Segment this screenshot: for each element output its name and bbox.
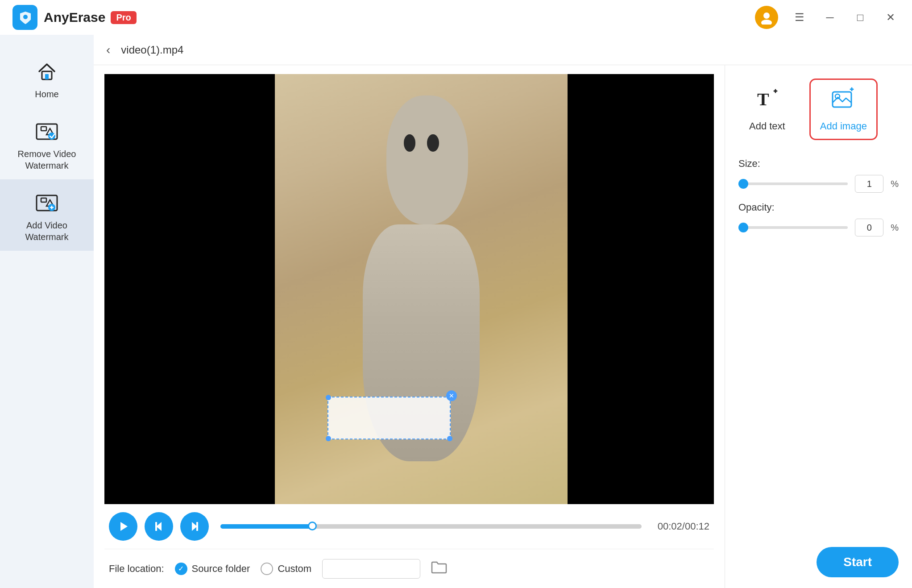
opacity-slider-control: 0 % bbox=[738, 219, 899, 236]
user-avatar-icon[interactable] bbox=[755, 6, 778, 29]
close-handle[interactable]: ✕ bbox=[446, 390, 457, 401]
add-image-button[interactable]: Add image bbox=[809, 79, 878, 140]
size-label: Size: bbox=[738, 158, 899, 170]
svg-point-1 bbox=[23, 15, 28, 19]
forward-button[interactable] bbox=[180, 512, 209, 541]
titlebar-controls: ☰ ─ □ ✕ bbox=[755, 6, 900, 29]
progress-thumb bbox=[308, 522, 317, 530]
custom-radio[interactable] bbox=[261, 563, 273, 575]
svg-rect-5 bbox=[45, 74, 49, 79]
right-panel: T Add text bbox=[725, 65, 912, 588]
opacity-slider-thumb[interactable] bbox=[738, 223, 748, 232]
custom-option[interactable]: Custom bbox=[261, 563, 311, 575]
size-percent: % bbox=[891, 179, 899, 189]
size-slider-thumb[interactable] bbox=[738, 179, 748, 189]
close-icon[interactable]: ✕ bbox=[882, 8, 900, 26]
opacity-label: Opacity: bbox=[738, 202, 899, 213]
video-black-left bbox=[104, 74, 275, 504]
remove-watermark-icon bbox=[34, 119, 60, 145]
time-display: 00:02/00:12 bbox=[658, 521, 709, 532]
opacity-value-box: 0 bbox=[855, 219, 883, 236]
video-controls: 00:02/00:12 bbox=[104, 504, 714, 549]
svg-point-9 bbox=[48, 133, 55, 140]
add-image-icon bbox=[831, 87, 856, 116]
watermark-selection-box[interactable]: ✕ bbox=[327, 397, 450, 439]
size-slider-control: 1 % bbox=[738, 175, 899, 193]
size-slider-track[interactable] bbox=[738, 182, 848, 185]
source-folder-label: Source folder bbox=[192, 563, 250, 575]
svg-rect-16 bbox=[155, 522, 157, 531]
opacity-percent: % bbox=[891, 223, 899, 233]
add-image-label: Add image bbox=[820, 120, 867, 132]
size-slider-row: Size: 1 % bbox=[738, 158, 899, 193]
video-frame: ✕ bbox=[104, 74, 714, 504]
progress-bar[interactable] bbox=[220, 524, 642, 529]
svg-point-2 bbox=[763, 12, 770, 19]
video-section: ✕ bbox=[94, 65, 725, 588]
video-container[interactable]: ✕ bbox=[104, 74, 714, 504]
sidebar-item-remove-watermark[interactable]: Remove VideoWatermark bbox=[0, 108, 94, 179]
sidebar-item-remove-watermark-label: Remove VideoWatermark bbox=[18, 148, 76, 171]
folder-browse-icon[interactable] bbox=[431, 560, 447, 577]
back-button[interactable]: ‹ bbox=[106, 43, 110, 57]
add-text-button[interactable]: T Add text bbox=[738, 79, 796, 140]
sidebar-item-home-label: Home bbox=[35, 88, 58, 100]
progress-fill bbox=[220, 524, 313, 529]
video-black-right bbox=[568, 74, 714, 504]
play-button[interactable] bbox=[109, 512, 137, 541]
svg-rect-11 bbox=[41, 198, 46, 202]
home-icon bbox=[34, 59, 60, 85]
app-logo bbox=[12, 5, 37, 30]
file-location: File location: ✓ Source folder Custom bbox=[104, 549, 714, 588]
svg-text:T: T bbox=[757, 89, 769, 109]
size-value-box: 1 bbox=[855, 175, 883, 193]
handle-tl[interactable] bbox=[326, 395, 331, 400]
titlebar: AnyErase Pro ☰ ─ □ ✕ bbox=[0, 0, 912, 35]
sidebar-item-add-watermark[interactable]: Add VideoWatermark bbox=[0, 179, 94, 251]
opacity-slider-track[interactable] bbox=[738, 226, 848, 229]
source-folder-option[interactable]: ✓ Source folder bbox=[175, 563, 250, 575]
maximize-icon[interactable]: □ bbox=[851, 8, 869, 26]
rewind-button[interactable] bbox=[145, 512, 173, 541]
sidebar: Home Remove VideoWatermark Add Vid bbox=[0, 35, 94, 588]
file-title: video(1).mp4 bbox=[121, 44, 183, 56]
start-button[interactable]: Start bbox=[817, 547, 899, 577]
content-header: ‹ video(1).mp4 bbox=[94, 35, 912, 65]
app-name: AnyErase bbox=[44, 10, 105, 25]
menu-icon[interactable]: ☰ bbox=[791, 8, 808, 26]
add-watermark-icon bbox=[34, 190, 60, 216]
video-center: ✕ bbox=[275, 74, 568, 504]
pro-badge: Pro bbox=[111, 11, 136, 24]
sidebar-item-home[interactable]: Home bbox=[0, 48, 94, 108]
content-body: ✕ bbox=[94, 65, 912, 588]
add-text-icon: T bbox=[754, 87, 779, 116]
svg-rect-18 bbox=[196, 522, 198, 531]
source-folder-radio[interactable]: ✓ bbox=[175, 563, 187, 575]
tool-buttons: T Add text bbox=[738, 79, 899, 140]
add-text-label: Add text bbox=[749, 120, 785, 132]
size-value: 1 bbox=[867, 179, 872, 189]
opacity-value: 0 bbox=[867, 223, 872, 233]
svg-point-3 bbox=[761, 20, 772, 25]
opacity-slider-row: Opacity: 0 % bbox=[738, 202, 899, 236]
custom-label: Custom bbox=[278, 563, 311, 575]
file-location-label: File location: bbox=[109, 563, 164, 575]
minimize-icon[interactable]: ─ bbox=[821, 8, 839, 26]
svg-marker-14 bbox=[120, 522, 128, 531]
main-content: ‹ video(1).mp4 bbox=[94, 35, 912, 588]
slider-section: Size: 1 % Opacity: bbox=[738, 158, 899, 236]
svg-rect-7 bbox=[41, 127, 46, 131]
custom-path-input[interactable] bbox=[322, 559, 420, 579]
sidebar-item-add-watermark-label: Add VideoWatermark bbox=[25, 219, 68, 243]
